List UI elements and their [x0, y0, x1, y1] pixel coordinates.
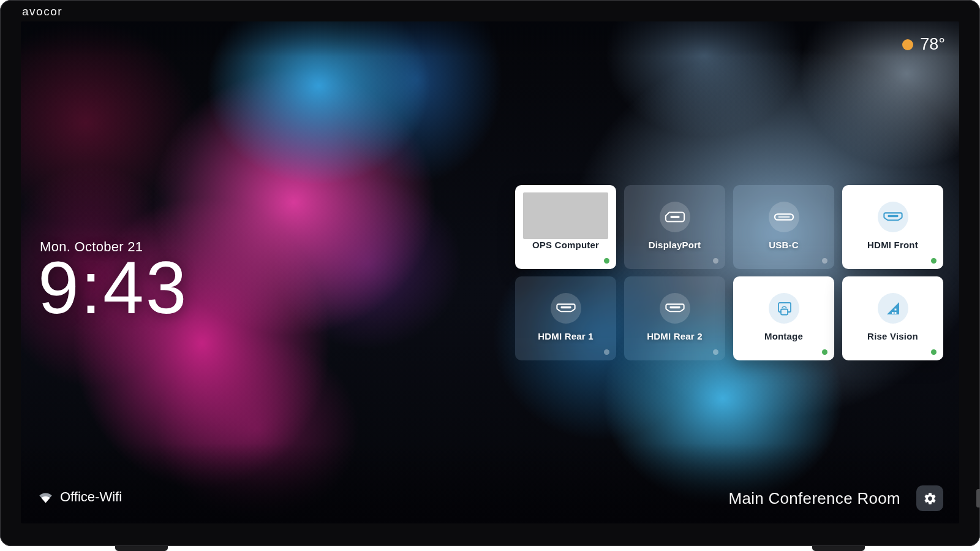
footer-right: Main Conference Room [728, 485, 943, 511]
source-label: Montage [733, 331, 834, 341]
source-tile-montage[interactable]: Montage [733, 276, 834, 360]
source-tile-displayport[interactable]: DisplayPort [624, 185, 725, 269]
source-grid: OPS ComputerDisplayPortUSB-CHDMI FrontHD… [515, 185, 943, 360]
status-dot [604, 349, 609, 355]
source-icon-circle [660, 202, 690, 232]
status-dot [713, 349, 718, 355]
clock-time: 9:43 [38, 251, 189, 324]
screen-preview-thumbnail [523, 192, 608, 239]
source-icon-circle [769, 202, 799, 232]
status-dot [931, 258, 937, 264]
usb-c-icon [774, 211, 794, 223]
source-label: Rise Vision [842, 331, 943, 341]
source-label: HDMI Front [842, 240, 943, 250]
source-tile-ops-computer[interactable]: OPS Computer [515, 185, 616, 269]
source-tile-hdmi-rear-1[interactable]: HDMI Rear 1 [515, 276, 616, 360]
source-label: OPS Computer [515, 240, 616, 250]
status-dot [604, 258, 609, 264]
source-icon-circle [551, 293, 581, 324]
settings-button[interactable] [916, 485, 943, 511]
wifi-status[interactable]: Office-Wifi [38, 489, 122, 505]
display-foot-right [812, 546, 865, 551]
source-icon-circle [878, 202, 908, 232]
source-label: DisplayPort [624, 240, 725, 250]
home-screen-wallpaper: 78° Mon. October 21 9:43 OPS ComputerDis… [21, 21, 959, 523]
display-device: avocor 78° Mon. October 21 9:43 OPS Comp… [0, 0, 980, 546]
source-tile-rise-vision[interactable]: Rise Vision [842, 276, 943, 360]
source-tile-hdmi-rear-2[interactable]: HDMI Rear 2 [624, 276, 725, 360]
hdmi-icon [883, 211, 903, 223]
source-label: USB-C [733, 240, 834, 250]
source-icon-circle [660, 293, 690, 324]
status-dot [822, 258, 827, 264]
hdmi-icon [665, 302, 685, 314]
source-label: HDMI Rear 1 [515, 331, 616, 341]
wifi-icon [38, 490, 53, 504]
status-dot [931, 349, 937, 355]
source-tile-hdmi-front[interactable]: HDMI Front [842, 185, 943, 269]
rise-vision-icon [884, 299, 902, 317]
source-icon-circle [878, 293, 908, 324]
status-dot [822, 349, 827, 355]
hdmi-icon [556, 302, 576, 314]
weather-widget: 78° [902, 35, 945, 54]
sun-icon [902, 39, 913, 50]
gear-icon [923, 492, 937, 506]
source-tile-usb-c[interactable]: USB-C [733, 185, 834, 269]
brand-logo: avocor [22, 5, 62, 18]
montage-icon [775, 299, 793, 317]
room-name-label: Main Conference Room [728, 489, 900, 508]
display-foot-left [115, 546, 168, 551]
temperature-label: 78° [920, 35, 945, 54]
source-label: HDMI Rear 2 [624, 331, 725, 341]
wifi-network-name: Office-Wifi [60, 489, 122, 505]
status-dot [713, 258, 718, 264]
power-button[interactable] [976, 489, 980, 507]
source-icon-circle [769, 293, 799, 324]
displayport-icon [665, 211, 685, 223]
